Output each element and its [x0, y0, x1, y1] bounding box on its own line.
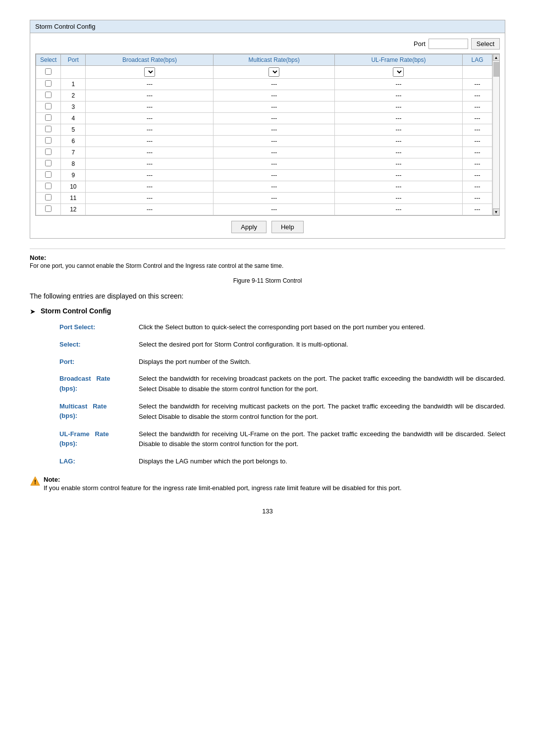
port-input[interactable]	[428, 39, 468, 49]
scroll-down-button[interactable]: ▼	[493, 208, 500, 215]
table-row: 5 --- --- --- ---	[36, 124, 492, 136]
row-ulframe-5: ---	[334, 124, 462, 136]
help-button[interactable]: Help	[271, 221, 304, 233]
def-term-multicast: Multicast Rate (bps):	[59, 402, 139, 421]
row-ulframe-1: ---	[334, 79, 462, 90]
row-port-10: 10	[61, 181, 86, 193]
row-broadcast-9: ---	[86, 170, 214, 181]
row-multicast-12: ---	[214, 204, 335, 215]
scrollbar[interactable]: ▲ ▼	[492, 54, 499, 215]
def-row-multicast: Multicast Rate (bps): Select the bandwid…	[59, 402, 505, 422]
row-port-6: 6	[61, 136, 86, 147]
def-row-ulframe: UL-Frame Rate (bps): Select the bandwidt…	[59, 429, 505, 450]
row-multicast-5: ---	[214, 124, 335, 136]
row-broadcast-11: ---	[86, 193, 214, 204]
row-checkbox-9[interactable]	[45, 171, 52, 178]
filter-ulframe-dropdown[interactable]	[393, 67, 404, 77]
apply-button[interactable]: Apply	[231, 221, 267, 233]
row-ulframe-4: ---	[334, 113, 462, 124]
page-number: 133	[30, 507, 505, 515]
filter-multicast-dropdown[interactable]	[268, 67, 279, 77]
row-checkbox-4[interactable]	[45, 114, 52, 121]
row-broadcast-2: ---	[86, 90, 214, 101]
row-broadcast-3: ---	[86, 101, 214, 113]
note-section: Note: For one port, you cannot enable th…	[30, 254, 505, 269]
storm-control-panel: Storm Control Config Port Select Select …	[30, 20, 505, 239]
scroll-thumb	[493, 62, 499, 77]
row-multicast-9: ---	[214, 170, 335, 181]
row-ulframe-6: ---	[334, 136, 462, 147]
filter-port-cell	[61, 66, 86, 79]
panel-title: Storm Control Config	[30, 20, 505, 33]
table-row: 10 --- --- --- ---	[36, 181, 492, 193]
scroll-up-button[interactable]: ▲	[493, 54, 500, 61]
row-checkbox-7[interactable]	[45, 149, 52, 155]
row-multicast-1: ---	[214, 79, 335, 90]
row-multicast-7: ---	[214, 147, 335, 158]
body-text: The following entries are displayed on t…	[30, 292, 505, 300]
row-checkbox-3[interactable]	[45, 103, 52, 109]
table-row: 2 --- --- --- ---	[36, 90, 492, 101]
col-port: Port	[61, 54, 86, 66]
def-row-select: Select: Select the desired port for Stor…	[59, 340, 505, 350]
row-ulframe-8: ---	[334, 158, 462, 170]
row-port-9: 9	[61, 170, 86, 181]
table-row: 9 --- --- --- ---	[36, 170, 492, 181]
filter-multicast-cell	[214, 66, 335, 79]
def-term-ulframe: UL-Frame Rate (bps):	[59, 429, 139, 449]
row-checkbox-6[interactable]	[45, 137, 52, 144]
row-multicast-4: ---	[214, 113, 335, 124]
row-checkbox-8[interactable]	[45, 160, 52, 166]
filter-broadcast-dropdown[interactable]	[144, 67, 155, 77]
row-checkbox-12[interactable]	[45, 205, 52, 212]
def-term-lag: LAG:	[59, 456, 139, 466]
row-lag-1: ---	[463, 79, 492, 90]
section-title: Storm Control Config	[41, 307, 111, 315]
note-label: Note:	[30, 254, 46, 261]
filter-select-checkbox[interactable]	[45, 68, 52, 75]
row-broadcast-1: ---	[86, 79, 214, 90]
row-checkbox-10[interactable]	[45, 183, 52, 189]
row-broadcast-4: ---	[86, 113, 214, 124]
table-container: Select Port Broadcast Rate(bps) Multicas…	[35, 53, 500, 216]
row-port-11: 11	[61, 193, 86, 204]
row-checkbox-11[interactable]	[45, 194, 52, 201]
row-ulframe-7: ---	[334, 147, 462, 158]
def-desc-ulframe: Select the bandwidth for receiving UL-Fr…	[139, 429, 505, 450]
row-lag-7: ---	[463, 147, 492, 158]
row-multicast-3: ---	[214, 101, 335, 113]
table-row: 3 --- --- --- ---	[36, 101, 492, 113]
def-term-port-select: Port Select:	[59, 322, 139, 332]
def-term-port: Port:	[59, 357, 139, 367]
row-multicast-11: ---	[214, 193, 335, 204]
row-checkbox-1[interactable]	[45, 80, 52, 87]
arrow-icon: ➤	[30, 307, 36, 315]
svg-text:!: !	[34, 478, 36, 485]
row-lag-11: ---	[463, 193, 492, 204]
bottom-note-text: If you enable storm control feature for …	[44, 484, 402, 492]
button-row: Apply Help	[35, 221, 500, 233]
row-port-2: 2	[61, 90, 86, 101]
figure-caption: Figure 9-11 Storm Control	[30, 277, 505, 284]
table-row: 11 --- --- --- ---	[36, 193, 492, 204]
row-ulframe-2: ---	[334, 90, 462, 101]
def-term-broadcast: Broadcast Rate (bps):	[59, 374, 139, 393]
table-row: 12 --- --- --- ---	[36, 204, 492, 215]
filter-broadcast-cell	[86, 66, 214, 79]
row-broadcast-5: ---	[86, 124, 214, 136]
row-broadcast-12: ---	[86, 204, 214, 215]
port-label: Port	[414, 40, 426, 48]
select-button[interactable]: Select	[471, 38, 500, 50]
row-checkbox-2[interactable]	[45, 92, 52, 98]
row-port-1: 1	[61, 79, 86, 90]
row-port-5: 5	[61, 124, 86, 136]
row-broadcast-6: ---	[86, 136, 214, 147]
def-desc-port-select: Click the Select button to quick-select …	[139, 322, 505, 333]
col-ulframe: UL-Frame Rate(bps)	[334, 54, 462, 66]
row-lag-6: ---	[463, 136, 492, 147]
row-lag-12: ---	[463, 204, 492, 215]
row-checkbox-5[interactable]	[45, 126, 52, 132]
row-ulframe-3: ---	[334, 101, 462, 113]
col-select: Select	[36, 54, 61, 66]
section-heading: ➤ Storm Control Config	[30, 307, 505, 315]
